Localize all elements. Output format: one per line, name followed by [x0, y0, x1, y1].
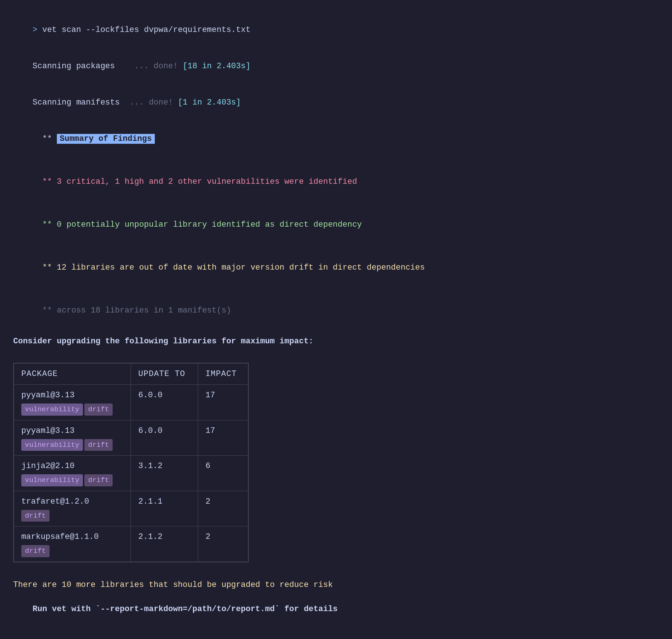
consider-line: Consider upgrading the following librari…: [13, 335, 659, 347]
package-cell: jinja2@2.10vulnerabilitydrift: [14, 456, 131, 491]
update-to-cell: 6.0.0: [131, 420, 198, 456]
table-row: pyyaml@3.13vulnerabilitydrift6.0.017: [14, 385, 248, 420]
col-impact: IMPACT: [198, 364, 248, 385]
package-name: markupsafe@1.1.0: [21, 531, 123, 543]
scan-packages-line: Scanning packages ... done! [18 in 2.403…: [13, 48, 659, 84]
packages-table: PACKAGE UPDATE TO IMPACT pyyaml@3.13vuln…: [14, 363, 248, 562]
critical-line: ** 3 critical, 1 high and 2 other vulner…: [13, 164, 659, 200]
scan-manifests-label: Scanning manifests: [33, 98, 120, 107]
impact-cell: 17: [198, 385, 248, 420]
badge-vulnerability: vulnerability: [21, 404, 83, 416]
scan-packages-status: ... done!: [115, 62, 183, 71]
package-cell: markupsafe@1.1.0drift: [14, 526, 131, 562]
col-update-to: UPDATE TO: [131, 364, 198, 385]
across-line: ** across 18 libraries in 1 manifest(s): [13, 292, 659, 329]
package-name: pyyaml@3.13: [21, 389, 123, 401]
summary-line: ** Summary of Findings: [13, 121, 659, 157]
badge-drift: drift: [84, 474, 113, 486]
table-row: pyyaml@3.13vulnerabilitydrift6.0.017: [14, 420, 248, 456]
impact-cell: 2: [198, 491, 248, 526]
terminal-output: > vet scan --lockfiles dvpwa/requirement…: [13, 12, 659, 639]
badge-vulnerability: vulnerability: [21, 474, 83, 486]
package-name: pyyaml@3.13: [21, 425, 123, 437]
table-header-row: PACKAGE UPDATE TO IMPACT: [14, 364, 248, 385]
unpopular-line: ** 0 potentially unpopular library ident…: [13, 207, 659, 243]
badge-drift: drift: [84, 439, 113, 451]
scan-packages-count: [18 in 2.403s]: [183, 62, 251, 71]
update-to-cell: 2.1.1: [131, 491, 198, 526]
package-cell: trafaret@1.2.0drift: [14, 491, 131, 526]
badge-drift: drift: [21, 545, 50, 557]
filter-line: Run with `vet --filter="..."` for custom…: [13, 634, 659, 639]
command-text: vet scan --lockfiles dvpwa/requirements.…: [37, 25, 251, 34]
more-libraries-line: There are 10 more libraries that should …: [13, 579, 659, 591]
run-vet-line: Run vet with `--report-markdown=/path/to…: [13, 591, 659, 627]
badge-drift: drift: [84, 404, 113, 416]
summary-label: Summary of Findings: [57, 134, 155, 144]
scan-manifests-line: Scanning manifests ... done! [1 in 2.403…: [13, 84, 659, 121]
table-row: jinja2@2.10vulnerabilitydrift3.1.26: [14, 456, 248, 491]
scan-manifests-status: ... done!: [120, 98, 178, 107]
badge-drift: drift: [21, 510, 50, 522]
command-line: > vet scan --lockfiles dvpwa/requirement…: [13, 12, 659, 48]
update-to-cell: 3.1.2: [131, 456, 198, 491]
update-to-cell: 6.0.0: [131, 385, 198, 420]
summary-stars: **: [33, 134, 57, 143]
col-package: PACKAGE: [14, 364, 131, 385]
impact-cell: 17: [198, 420, 248, 456]
table-row: markupsafe@1.1.0drift2.1.22: [14, 526, 248, 562]
scan-manifests-count: [1 in 2.403s]: [178, 98, 241, 107]
prompt-arrow: >: [33, 25, 37, 34]
package-name: trafaret@1.2.0: [21, 496, 123, 508]
packages-table-container: PACKAGE UPDATE TO IMPACT pyyaml@3.13vuln…: [13, 363, 249, 562]
package-cell: pyyaml@3.13vulnerabilitydrift: [14, 420, 131, 456]
table-row: trafaret@1.2.0drift2.1.12: [14, 491, 248, 526]
impact-cell: 2: [198, 526, 248, 562]
scan-packages-label: Scanning packages: [33, 62, 115, 71]
impact-cell: 6: [198, 456, 248, 491]
outdated-line: ** 12 libraries are out of date with maj…: [13, 249, 659, 286]
badge-vulnerability: vulnerability: [21, 439, 83, 451]
update-to-cell: 2.1.2: [131, 526, 198, 562]
package-name: jinja2@2.10: [21, 460, 123, 472]
package-cell: pyyaml@3.13vulnerabilitydrift: [14, 385, 131, 420]
